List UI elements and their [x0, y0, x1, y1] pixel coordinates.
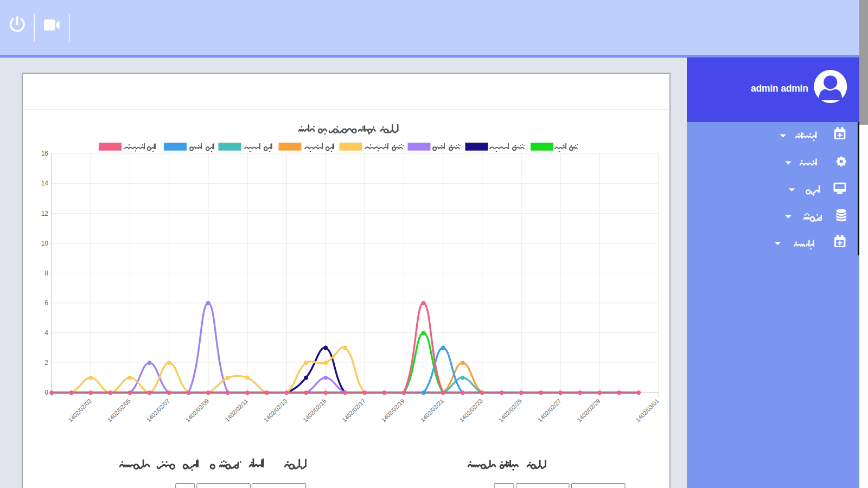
svg-text:1402/02/27: 1402/02/27	[537, 397, 562, 423]
svg-text:8: 8	[44, 269, 48, 277]
svg-text:10: 10	[41, 240, 49, 247]
svg-text:1402/02/25: 1402/02/25	[497, 397, 523, 423]
svg-text:1402/02/23: 1402/02/23	[458, 397, 484, 423]
svg-text:2: 2	[44, 359, 48, 367]
svg-text:1402/02/29: 1402/02/29	[576, 397, 601, 423]
svg-text:1402/02/21: 1402/02/21	[419, 397, 445, 423]
svg-text:1402/02/19: 1402/02/19	[380, 397, 405, 423]
svg-text:1402/02/03: 1402/02/03	[67, 397, 92, 423]
svg-text:16: 16	[41, 150, 49, 157]
svg-text:1402/02/17: 1402/02/17	[341, 397, 366, 423]
svg-text:1402/02/11: 1402/02/11	[224, 397, 249, 423]
svg-text:1402/02/15: 1402/02/15	[302, 397, 327, 423]
svg-text:1402/03/01: 1402/03/01	[634, 397, 660, 423]
svg-text:6: 6	[44, 299, 48, 307]
svg-text:1402/02/05: 1402/02/05	[106, 397, 131, 423]
svg-text:12: 12	[41, 210, 49, 217]
svg-text:1402/02/13: 1402/02/13	[263, 397, 288, 423]
svg-text:4: 4	[44, 329, 48, 337]
svg-text:0: 0	[44, 389, 48, 396]
svg-text:1402/02/07: 1402/02/07	[145, 397, 171, 423]
svg-text:1402/02/09: 1402/02/09	[184, 397, 210, 423]
svg-text:14: 14	[41, 179, 49, 187]
